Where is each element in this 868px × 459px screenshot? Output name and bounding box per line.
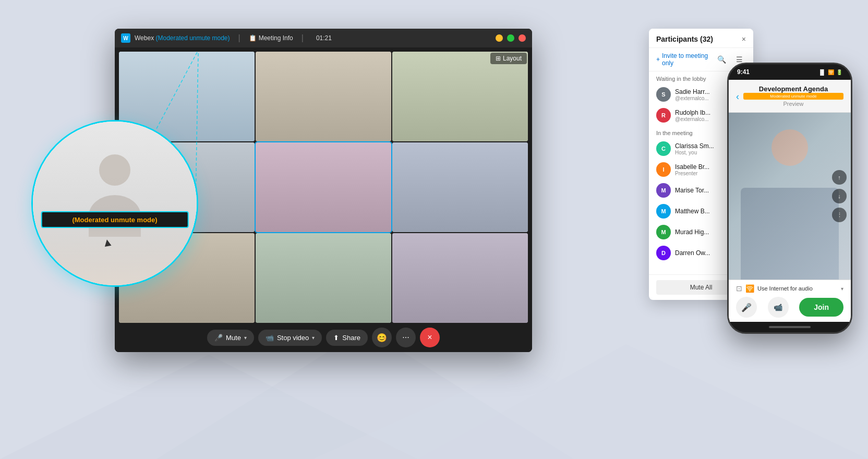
phone-mode-badge: Moderated unmute mode	[743, 93, 843, 100]
phone-meeting-title: Development Agenda	[743, 85, 843, 93]
participant-avatar-marise: M	[656, 183, 671, 198]
zoom-inner: (Moderated unmute mode) ▲	[33, 122, 197, 285]
phone-back-button[interactable]: ‹	[736, 91, 739, 102]
participant-video-9	[392, 233, 528, 323]
mic-icon: 🎤	[214, 334, 223, 342]
panel-header: Participants (32) ×	[649, 29, 753, 48]
mute-chevron-icon: ▾	[244, 335, 247, 341]
video-cell-3	[392, 52, 528, 141]
cursor-icon: ▲	[101, 235, 114, 250]
title-separator2: |	[302, 33, 304, 43]
phone-time: 9:41	[737, 68, 750, 76]
wifi-audio-icon: 🛜	[745, 284, 754, 293]
video-icon: 📹	[266, 334, 274, 342]
participant-avatar-murad: M	[656, 225, 671, 239]
titlebar: W Webex (Moderated unmute mode) | 📋 Meet…	[115, 29, 532, 47]
battery-icon: 🔋	[836, 69, 842, 75]
phone-mic-button[interactable]: 🎤	[736, 297, 757, 318]
layout-button[interactable]: ⊞ Layout	[490, 53, 527, 64]
phone-mic-icon: 🎤	[741, 303, 752, 312]
participant-avatar-sadie: S	[656, 87, 671, 102]
phone-home-indicator	[729, 322, 851, 332]
participant-video-5	[256, 142, 391, 232]
app-title: Webex (Moderated unmute mode)	[135, 34, 230, 42]
phone-preview-label: Preview	[743, 101, 843, 107]
zoom-circle: (Moderated unmute mode) ▲	[31, 120, 198, 287]
phone-status-bar: 9:41 ▐▌ 🛜 🔋	[729, 64, 851, 80]
video-cell-6	[392, 142, 528, 232]
panel-title: Participants (32)	[656, 35, 713, 43]
participant-video-3	[392, 52, 528, 141]
video-cell-8	[256, 233, 391, 323]
meeting-info-button[interactable]: 📋 Meeting Info	[249, 34, 293, 42]
participant-avatar-clarissa: C	[656, 141, 671, 156]
participant-avatar-isabelle: I	[656, 162, 671, 177]
home-indicator-bar	[769, 326, 811, 328]
participant-avatar-darren: D	[656, 246, 671, 260]
meeting-toolbar: 🎤 Mute ▾ 📹 Stop video ▾ ⬆ Share 😊 ··· ×	[115, 323, 532, 352]
title-separator: |	[238, 33, 240, 43]
search-button[interactable]: 🔍	[715, 53, 728, 66]
phone-meeting-header: ‹ Development Agenda Moderated unmute mo…	[729, 80, 851, 113]
mute-button[interactable]: 🎤 Mute ▾	[207, 330, 254, 346]
phone-side-btn-3[interactable]: ⋮	[832, 208, 847, 222]
video-cell-9	[392, 233, 528, 323]
participant-video-2	[256, 52, 391, 141]
phone-action-row: 🎤 📹 Join	[736, 297, 843, 318]
audio-chevron-icon: ▾	[841, 286, 843, 292]
cast-icon: ⊡	[736, 284, 742, 293]
participant-video-8	[256, 233, 391, 323]
stop-video-button[interactable]: 📹 Stop video ▾	[258, 330, 322, 346]
signal-icon: ▐▌	[818, 69, 826, 75]
plus-icon: +	[656, 56, 660, 63]
phone-side-btn-2[interactable]: ↓	[832, 189, 847, 203]
video-cell-5	[256, 142, 391, 232]
reactions-icon: 😊	[377, 333, 387, 343]
sort-icon: ☰	[736, 55, 743, 64]
minimize-button[interactable]: –	[496, 34, 503, 42]
share-icon: ⬆	[333, 334, 339, 342]
meeting-info-icon: 📋	[249, 34, 257, 42]
use-internet-audio-label: Use Internet for audio	[757, 285, 838, 292]
phone-side-controls: ↑ ↓ ⋮	[832, 170, 847, 222]
phone-side-btn-1[interactable]: ↑	[832, 170, 847, 185]
more-options-button[interactable]: ···	[396, 328, 416, 347]
participant-avatar-matthew: M	[656, 204, 671, 219]
panel-close-button[interactable]: ×	[742, 35, 746, 43]
phone-title-area: Development Agenda Moderated unmute mode…	[743, 85, 843, 108]
close-button[interactable]: ×	[519, 34, 526, 42]
meeting-timer: 01:21	[316, 34, 332, 42]
search-icon: 🔍	[717, 55, 726, 64]
phone-video-area: ↑ ↓ ⋮	[729, 113, 851, 280]
maximize-button[interactable]: □	[507, 34, 514, 42]
invite-button[interactable]: + Invite to meeting only	[656, 52, 710, 67]
window-controls: – □ ×	[496, 34, 526, 42]
more-icon: ···	[402, 333, 409, 342]
phone-join-button[interactable]: Join	[799, 298, 843, 317]
layout-icon: ⊞	[496, 55, 501, 62]
share-button[interactable]: ⬆ Share	[326, 330, 368, 346]
webex-logo: W	[121, 33, 130, 43]
phone-audio-row: ⊡ 🛜 Use Internet for audio ▾	[736, 284, 843, 293]
wifi-status-icon: 🛜	[828, 69, 834, 75]
video-cell-2	[256, 52, 391, 141]
phone-cam-icon: 📹	[774, 303, 782, 311]
end-call-button[interactable]: ×	[420, 328, 440, 347]
moderated-mode-label: (Moderated unmute mode)	[72, 216, 157, 224]
app-name: Webex	[135, 34, 155, 42]
reactions-button[interactable]: 😊	[372, 328, 392, 347]
phone-screen: ‹ Development Agenda Moderated unmute mo…	[729, 80, 851, 322]
participant-avatar-rudolph: R	[656, 108, 671, 123]
meeting-mode-badge: (Moderated unmute mode)	[155, 34, 230, 42]
phone-camera-button[interactable]: 📹	[768, 297, 789, 318]
participant-video-6	[392, 142, 528, 232]
video-chevron-icon: ▾	[312, 335, 315, 341]
phone-mockup: 9:41 ▐▌ 🛜 🔋 ‹ Development Agenda Moderat…	[727, 63, 852, 334]
end-call-icon: ×	[427, 333, 432, 342]
phone-bottom-bar: ⊡ 🛜 Use Internet for audio ▾ 🎤 📹 Join	[729, 280, 851, 322]
phone-status-icons: ▐▌ 🛜 🔋	[818, 69, 842, 75]
